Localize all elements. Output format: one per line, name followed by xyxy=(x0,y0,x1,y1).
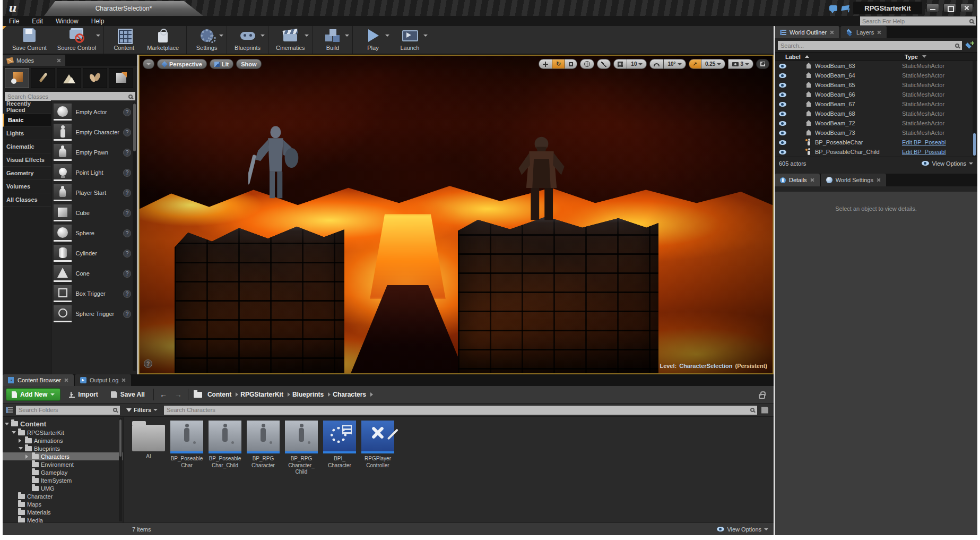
world-local-toggle[interactable] xyxy=(580,59,594,69)
close-icon[interactable] xyxy=(64,378,68,382)
asset-item[interactable]: AI xyxy=(131,421,166,460)
placeable-item[interactable]: Sphere ? xyxy=(54,223,131,243)
placement-category[interactable]: Lights xyxy=(3,127,51,140)
tab-world-outliner[interactable]: World Outliner xyxy=(775,26,839,38)
toolbar-button[interactable]: Marketplace xyxy=(142,26,184,54)
placeable-item[interactable]: Empty Character ? xyxy=(54,122,131,142)
maximize-button[interactable] xyxy=(943,4,956,12)
outliner-row[interactable]: BP_PoseableChar Edit BP_Poseabl xyxy=(775,138,977,147)
import-button[interactable]: Import xyxy=(65,388,102,401)
add-new-button[interactable]: Add New xyxy=(6,388,60,401)
folder-tree-item[interactable]: Characters xyxy=(3,452,123,460)
camera-speed-button[interactable]: 3 xyxy=(728,59,753,69)
filters-button[interactable]: Filters xyxy=(123,407,161,413)
toolbar-button[interactable]: Play xyxy=(352,26,391,54)
tab-output-log[interactable]: Output Log xyxy=(75,374,131,386)
lock-icon[interactable] xyxy=(759,394,765,399)
folder-tree-item[interactable]: Character xyxy=(3,492,123,500)
close-icon[interactable] xyxy=(57,58,61,63)
save-search-icon[interactable] xyxy=(761,407,768,414)
toolbar-button[interactable]: Source Control xyxy=(52,26,101,54)
chevron-down-icon[interactable] xyxy=(423,35,428,37)
close-icon[interactable] xyxy=(877,178,881,182)
rotation-snap-value[interactable]: 10° xyxy=(664,59,686,69)
chevron-down-icon[interactable] xyxy=(385,35,389,37)
outliner-row[interactable]: WoodBeam_72 StaticMeshActor xyxy=(775,118,977,128)
folder-tree-item[interactable]: Materials xyxy=(3,508,123,516)
label-column-header[interactable]: Label xyxy=(785,54,801,60)
placement-category[interactable]: Volumes xyxy=(3,180,51,193)
folder-tree-item[interactable]: Content xyxy=(3,419,123,428)
help-search[interactable] xyxy=(860,16,976,25)
menu-item[interactable]: Window xyxy=(49,18,85,25)
chevron-down-icon[interactable] xyxy=(219,35,223,37)
placeable-item[interactable]: Cone ? xyxy=(54,263,131,284)
search-folders[interactable] xyxy=(16,406,120,415)
search-folders-input[interactable] xyxy=(19,407,111,413)
tree-expand-icon[interactable] xyxy=(25,455,30,459)
outliner-row[interactable]: WoodBeam_67 StaticMeshActor xyxy=(775,99,977,109)
chevron-down-icon[interactable] xyxy=(305,35,309,37)
scrollbar[interactable] xyxy=(119,418,122,521)
folder-tree-item[interactable]: Blueprints xyxy=(3,444,123,452)
search-classes-input[interactable] xyxy=(7,93,126,100)
outliner-row[interactable]: WoodBeam_68 StaticMeshActor xyxy=(775,109,977,118)
toolbar-button[interactable]: Settings xyxy=(186,26,224,54)
menu-item[interactable]: File xyxy=(3,18,25,25)
scale-snap-toggle[interactable]: ↗ xyxy=(689,59,701,69)
show-button[interactable]: Show xyxy=(236,59,261,69)
folder-tree-item[interactable]: Maps xyxy=(3,500,123,508)
toolbar-button[interactable]: Content xyxy=(103,26,142,54)
rotation-snap-toggle[interactable] xyxy=(649,59,664,69)
level-viewport[interactable]: Perspective Lit Show ↻ 10 10° ↗ 0.25 xyxy=(138,55,774,374)
close-button[interactable] xyxy=(960,4,973,12)
folder-tree-item[interactable]: UMG xyxy=(3,484,123,492)
scale-snap-value[interactable]: 0.25 xyxy=(701,59,725,69)
placeable-item[interactable]: Point Light ? xyxy=(54,162,131,183)
placement-category[interactable]: Basic xyxy=(3,114,51,127)
folder-tree-item[interactable]: Gameplay xyxy=(3,468,123,476)
visibility-eye-icon[interactable] xyxy=(779,92,786,97)
asset-item[interactable]: RPGPlayer Controller xyxy=(360,421,395,469)
viewport-options-button[interactable] xyxy=(143,59,154,69)
back-button[interactable]: ← xyxy=(158,390,169,399)
outliner-row[interactable]: WoodBeam_63 StaticMeshActor xyxy=(775,61,977,71)
tab-layers[interactable]: Layers xyxy=(840,26,887,38)
placement-category[interactable]: Visual Effects xyxy=(3,153,51,167)
mode-tool-button[interactable] xyxy=(109,68,133,88)
outliner-row[interactable]: WoodBeam_65 StaticMeshActor xyxy=(775,80,977,90)
minimize-button[interactable] xyxy=(926,4,939,12)
type-column-header[interactable]: Type xyxy=(905,54,918,60)
breadcrumb[interactable]: Blueprints xyxy=(292,391,331,398)
close-icon[interactable] xyxy=(877,30,881,35)
toolbar-button[interactable]: Blueprints xyxy=(227,26,266,54)
maximize-viewport-button[interactable] xyxy=(756,59,769,69)
visibility-eye-icon[interactable] xyxy=(779,83,786,88)
visibility-eye-icon[interactable] xyxy=(779,121,786,126)
folder-tree-item[interactable]: ItemSystem xyxy=(3,476,123,484)
placeable-item[interactable]: Empty Actor ? xyxy=(54,102,131,122)
mode-tool-button[interactable] xyxy=(83,68,107,88)
tree-expand-icon[interactable] xyxy=(5,423,9,425)
sort-ascending-icon[interactable] xyxy=(805,55,809,58)
chevron-down-icon[interactable] xyxy=(96,35,100,37)
level-tab[interactable]: CharacterSelection* xyxy=(44,1,203,16)
tab-world-settings[interactable]: World Settings xyxy=(821,174,886,186)
breadcrumb[interactable]: Content xyxy=(207,391,238,398)
folder-tree-item[interactable]: Animations xyxy=(3,436,123,444)
breadcrumb[interactable]: Characters xyxy=(333,391,373,398)
folder-tree-item[interactable]: RPGStarterKit xyxy=(3,428,123,436)
asset-item[interactable]: BP_RPG Character_ Child xyxy=(284,421,319,476)
tree-expand-icon[interactable] xyxy=(19,447,23,450)
placeable-item[interactable]: Sphere Trigger ? xyxy=(54,304,131,324)
perspective-button[interactable]: Perspective xyxy=(157,59,207,69)
placeable-item[interactable]: Player Start ? xyxy=(54,183,131,203)
visibility-eye-icon[interactable] xyxy=(779,140,786,145)
placement-category[interactable]: Recently Placed xyxy=(3,100,51,114)
outliner-search-input[interactable] xyxy=(780,42,953,49)
placeable-item[interactable]: Box Trigger ? xyxy=(54,284,131,304)
breadcrumb[interactable]: RPGStarterKit xyxy=(240,391,290,398)
grid-snap-toggle[interactable] xyxy=(613,59,627,69)
mode-tool-button[interactable] xyxy=(57,68,81,88)
search-assets-input[interactable] xyxy=(167,407,748,413)
